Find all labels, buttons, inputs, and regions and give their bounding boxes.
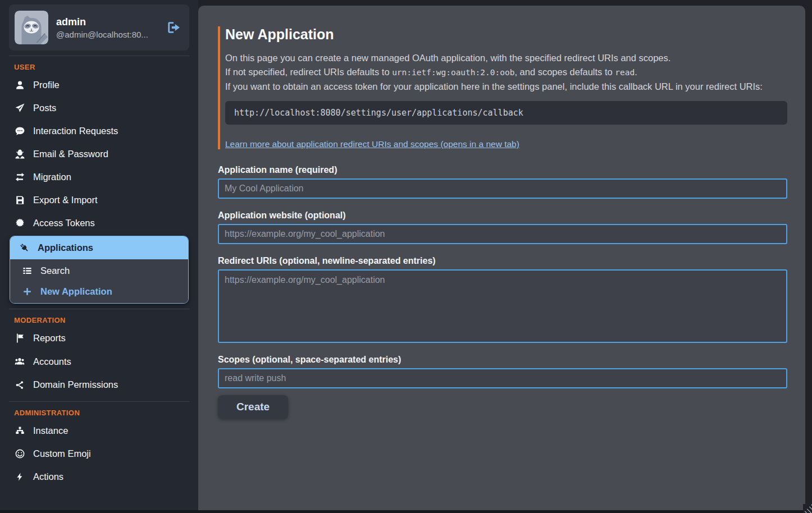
scopes-input[interactable] [218,368,787,388]
sidebar-item-profile[interactable]: Profile [0,74,198,97]
page-title: New Application [225,26,787,43]
sidebar-item-label: Access Tokens [33,218,95,228]
user-handle: @admin@localhost:80... [56,30,148,39]
app-window: admin @admin@localhost:80... USER Profil… [0,0,812,513]
sidebar-item-label: Posts [33,103,56,113]
flag-icon [14,333,25,343]
section-header-administration: ADMINISTRATION [14,409,198,417]
plug-icon [19,242,30,253]
sidebar-item-custom-emoji[interactable]: Custom Emoji [0,442,198,465]
users-icon [14,356,25,367]
sidebar-item-label: New Application [40,286,112,297]
sidebar-divider [9,309,189,309]
sidebar-item-label: Applications [38,242,93,253]
redirect-uris-label: Redirect URIs (optional, newline-separat… [218,256,787,266]
user-name: admin [56,16,148,28]
sidebar-item-label: Migration [33,172,71,182]
sidebar-item-migration[interactable]: Migration [0,166,198,189]
sidebar-item-actions[interactable]: Actions [0,465,198,488]
main-wrap: New Application On this page you can cre… [198,0,812,513]
smile-icon [14,448,25,459]
inline-code-read: read [615,68,635,77]
callback-url-code-block[interactable]: http://localhost:8080/settings/user/appl… [225,101,787,125]
application-website-group: Application website (optional) [218,210,787,244]
sidebar-nav-moderation: Reports Accounts Domain Permissions [0,327,198,396]
intro-line-2-text: . [635,67,637,77]
user-card[interactable]: admin @admin@localhost:80... [9,4,189,51]
sidebar-item-instance[interactable]: Instance [0,419,198,442]
avatar [15,11,48,44]
described-section: New Application On this page you can cre… [218,26,787,149]
intro-line-3: If you want to obtain an access token fo… [225,80,787,94]
sidebar: admin @admin@localhost:80... USER Profil… [0,0,198,513]
sidebar-item-access-tokens[interactable]: Access Tokens [0,212,198,235]
sidebar-item-reports[interactable]: Reports [0,327,198,350]
redirect-uris-textarea[interactable] [218,269,787,343]
application-website-input[interactable] [218,224,787,244]
sidebar-divider [9,401,189,402]
sidebar-item-label: Reports [33,333,66,343]
floppy-disk-icon [14,195,25,205]
sidebar-item-label: Export & Import [33,195,98,205]
applications-subnav: Search New Application [10,259,188,303]
sidebar-item-label: Domain Permissions [33,379,118,390]
comment-dots-icon [14,126,25,136]
scopes-group: Scopes (optional, space-separated entrie… [218,355,787,388]
sidebar-item-new-application[interactable]: New Application [10,281,188,302]
scopes-label: Scopes (optional, space-separated entrie… [218,355,787,365]
sidebar-item-label: Profile [33,80,60,90]
new-application-panel: New Application On this page you can cre… [198,6,805,513]
sidebar-item-email-password[interactable]: Email & Password [0,143,198,166]
sidebar-item-label: Interaction Requests [33,126,118,136]
intro-line-1: On this page you can create a new manage… [225,51,787,65]
sidebar-item-applications[interactable]: Applications [10,236,188,259]
sidebar-nav-user: Profile Posts Interaction Requests Email… [0,74,198,304]
learn-more-link[interactable]: Learn more about application redirect UR… [225,139,519,149]
horizontal-scrollbar[interactable] [0,510,812,513]
section-header-user: USER [14,63,198,71]
new-application-form: Application name (required) Application … [218,165,787,419]
create-button[interactable]: Create [218,395,288,419]
sidebar-item-label: Accounts [33,356,71,367]
sidebar-item-interaction-requests[interactable]: Interaction Requests [0,120,198,143]
paper-plane-icon [14,103,25,113]
arrows-right-left-icon [14,172,25,182]
sidebar-item-label: Email & Password [33,149,108,159]
intro-line-2-text: If not specified, redirect URIs defaults… [225,67,392,77]
list-icon [21,265,33,276]
resize-grip[interactable] [803,504,812,513]
sidebar-item-label: Search [40,265,70,276]
applications-group: Applications Search New Application [10,236,189,304]
intro-line-2-text: , and scopes defaults to [514,67,615,77]
application-name-input[interactable] [218,178,787,199]
user-icon [14,80,25,90]
sidebar-nav-administration: Instance Custom Emoji Actions [0,419,198,488]
application-name-label: Application name (required) [218,165,787,175]
sidebar-divider [9,56,189,56]
certificate-icon [14,218,25,228]
application-website-label: Application website (optional) [218,210,787,221]
sidebar-item-export-import[interactable]: Export & Import [0,189,198,212]
sidebar-item-accounts[interactable]: Accounts [0,350,198,373]
sidebar-item-search[interactable]: Search [10,260,188,281]
redirect-uris-group: Redirect URIs (optional, newline-separat… [218,256,787,343]
sitemap-icon [14,425,25,436]
sidebar-item-domain-permissions[interactable]: Domain Permissions [0,373,198,396]
application-name-group: Application name (required) [218,165,787,199]
logout-icon[interactable] [166,20,180,35]
sidebar-item-label: Custom Emoji [33,448,91,459]
section-header-moderation: MODERATION [14,316,198,324]
sidebar-item-label: Instance [33,425,68,436]
plus-icon [21,286,33,297]
share-nodes-icon [14,380,25,390]
bolt-icon [14,472,25,482]
user-meta: admin @admin@localhost:80... [56,16,148,39]
inline-code-oob: urn:ietf:wg:oauth:2.0:oob [392,68,514,77]
sidebar-item-posts[interactable]: Posts [0,97,198,120]
intro-line-2: If not specified, redirect URIs defaults… [225,65,787,80]
user-secret-icon [14,149,25,159]
sidebar-item-label: Actions [33,471,63,482]
